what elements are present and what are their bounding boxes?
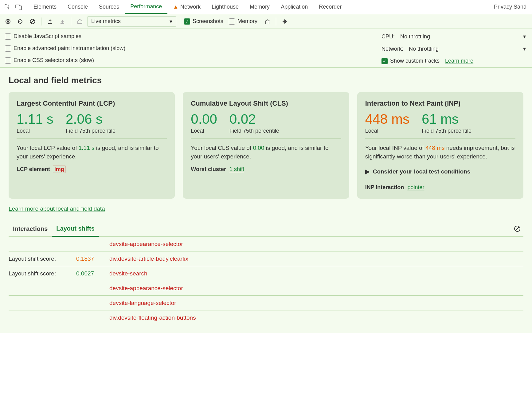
metrics-cards: Largest Contentful Paint (LCP) 1.11 s Lo… (9, 92, 523, 199)
home-icon[interactable] (75, 17, 85, 26)
cls-worst-cluster-label: Worst cluster (191, 166, 226, 172)
network-label: Network: (381, 46, 403, 52)
table-row[interactable]: Layout shift score: 0.0027 devsite-searc… (9, 266, 523, 281)
triangle-right-icon: ▶ (365, 168, 370, 175)
cls-description: Your local CLS value of 0.00 is good, an… (191, 144, 341, 161)
layout-shifts-table: devsite-appearance-selector Layout shift… (9, 237, 523, 325)
lcp-description: Your local LCP value of 1.11 s is good, … (17, 144, 167, 161)
inspect-element-icon[interactable] (2, 2, 13, 13)
checkbox-icon (5, 33, 11, 40)
tab-performance[interactable]: Performance (125, 0, 167, 14)
checkbox-icon (229, 18, 235, 25)
shift-element: div.devsite-article-body.clearfix (109, 255, 188, 262)
garbage-collect-icon[interactable] (262, 17, 272, 26)
enable-css-checkbox[interactable]: Enable CSS selector stats (slow) (5, 57, 125, 64)
device-toolbar-icon[interactable] (13, 2, 24, 13)
screenshots-checkbox[interactable]: ✓ Screenshots (184, 18, 223, 25)
warning-icon: ▲ (173, 4, 178, 10)
chevron-down-icon: ▾ (170, 18, 172, 25)
learn-more-link[interactable]: Learn more (445, 58, 473, 64)
clear-icon[interactable] (512, 224, 522, 234)
inp-accordion[interactable]: ▶ Consider your local test conditions (365, 168, 515, 175)
table-row[interactable]: devsite-appearance-selector (9, 281, 523, 296)
shift-score-value: 0.1837 (76, 255, 107, 262)
inp-local-value: 448 ms (365, 112, 409, 127)
tab-network[interactable]: ▲ Network (167, 0, 206, 14)
tab-recorder[interactable]: Recorder (313, 0, 347, 14)
record-icon[interactable] (3, 17, 13, 26)
live-metrics-panel: Local and field metrics Largest Contentf… (0, 68, 532, 333)
table-row[interactable]: Layout shift score: 0.1837 div.devsite-a… (9, 251, 523, 266)
tab-sources[interactable]: Sources (93, 0, 125, 14)
lcp-title: Largest Contentful Paint (LCP) (17, 99, 167, 107)
memory-checkbox[interactable]: Memory (229, 18, 257, 25)
shift-element: devsite-language-selector (109, 300, 176, 306)
inp-description: Your local INP value of 448 ms needs imp… (365, 144, 515, 161)
table-row[interactable]: div.devsite-floating-action-buttons (9, 310, 523, 325)
shift-score-label: Layout shift score: (9, 255, 76, 262)
shift-element: devsite-appearance-selector (109, 241, 183, 247)
network-throttle-row: Network: No throttling ▾ (381, 45, 526, 52)
chevron-down-icon: ▾ (523, 33, 526, 40)
shift-element: devsite-appearance-selector (109, 285, 183, 292)
learn-more-data-link[interactable]: Learn more about local and field data (9, 205, 105, 212)
subtab-layout-shifts[interactable]: Layout shifts (52, 222, 99, 237)
tab-lighthouse[interactable]: Lighthouse (206, 0, 244, 14)
cpu-value: No throttling (400, 33, 430, 40)
inp-title: Interaction to Next Paint (INP) (365, 99, 515, 107)
mode-select-value: Live metrics (91, 18, 121, 25)
custom-tracks-checkbox[interactable]: ✓ Show custom tracks (381, 58, 440, 64)
custom-tracks-row: ✓ Show custom tracks Learn more (381, 58, 526, 64)
cls-local-label: Local (191, 128, 217, 134)
inp-interaction-link[interactable]: pointer (407, 184, 424, 190)
tab-application[interactable]: Application (275, 0, 313, 14)
lcp-local-label: Local (17, 128, 53, 134)
lcp-field-value: 2.06 s (66, 112, 115, 127)
tab-network-label: Network (180, 4, 201, 10)
network-value: No throttling (409, 46, 439, 52)
lcp-element-label: LCP element (17, 166, 50, 172)
cls-worst-cluster-link[interactable]: 1 shift (229, 166, 244, 172)
cpu-select[interactable]: No throttling ▾ (400, 33, 526, 40)
reload-icon[interactable] (15, 17, 25, 26)
lcp-local-value: 1.11 s (17, 112, 53, 127)
upload-icon[interactable] (45, 17, 55, 26)
inp-accordion-label: Consider your local test conditions (373, 168, 471, 175)
download-icon[interactable] (57, 17, 67, 26)
tab-elements[interactable]: Elements (28, 0, 62, 14)
tab-console[interactable]: Console (62, 0, 93, 14)
metrics-subtabs: Interactions Layout shifts (9, 222, 523, 237)
tab-memory[interactable]: Memory (244, 0, 275, 14)
page-title: Local and field metrics (9, 76, 523, 85)
lcp-element-tag[interactable]: img (53, 166, 66, 173)
cls-title: Cumulative Layout Shift (CLS) (191, 99, 341, 107)
enable-paint-label: Enable advanced paint instrumentation (s… (14, 45, 125, 52)
inp-interaction-row: INP interaction pointer (365, 184, 515, 191)
enable-paint-checkbox[interactable]: Enable advanced paint instrumentation (s… (5, 45, 125, 52)
network-select[interactable]: No throttling ▾ (409, 45, 526, 52)
enable-css-label: Enable CSS selector stats (slow) (14, 57, 94, 64)
checkbox-icon (5, 57, 11, 64)
disable-js-checkbox[interactable]: Disable JavaScript samples (5, 33, 125, 40)
performance-settings: Disable JavaScript samples Enable advanc… (0, 29, 532, 68)
collapse-icon[interactable] (280, 17, 290, 26)
lcp-card: Largest Contentful Paint (LCP) 1.11 s Lo… (9, 92, 175, 199)
performance-toolbar: Live metrics ▾ ✓ Screenshots Memory (0, 14, 532, 29)
cls-field-label: Field 75th percentile (229, 128, 279, 134)
subtab-interactions[interactable]: Interactions (9, 222, 52, 236)
table-row[interactable]: devsite-language-selector (9, 296, 523, 310)
shift-element: div.devsite-floating-action-buttons (109, 314, 196, 321)
cls-field-value: 0.02 (229, 112, 279, 127)
shift-element: devsite-search (109, 270, 147, 277)
shift-score-value: 0.0027 (76, 270, 107, 277)
mode-select[interactable]: Live metrics ▾ (87, 16, 176, 27)
cls-card: Cumulative Layout Shift (CLS) 0.00 Local… (183, 92, 349, 199)
stop-icon[interactable] (28, 17, 37, 26)
tab-privacy[interactable]: Privacy Sand (488, 0, 532, 14)
cpu-throttle-row: CPU: No throttling ▾ (381, 33, 526, 40)
table-row[interactable]: devsite-appearance-selector (9, 237, 523, 251)
cls-worst-cluster-row: Worst cluster 1 shift (191, 166, 341, 173)
disable-js-label: Disable JavaScript samples (14, 33, 81, 40)
shift-score-label: Layout shift score: (9, 270, 76, 277)
svg-rect-2 (19, 6, 22, 10)
